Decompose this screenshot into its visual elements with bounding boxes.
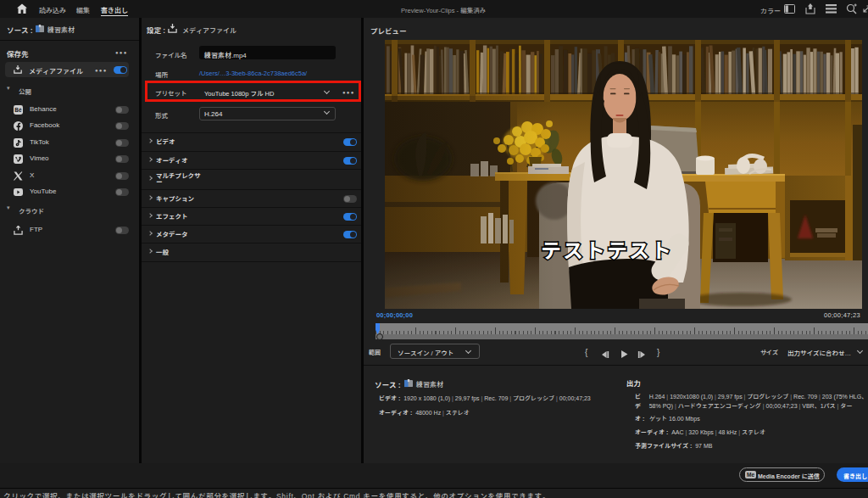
svg-text:Me: Me xyxy=(747,472,754,478)
svg-text:テストテスト: テストテスト xyxy=(541,239,673,262)
svg-text:Bé: Bé xyxy=(14,107,22,113)
